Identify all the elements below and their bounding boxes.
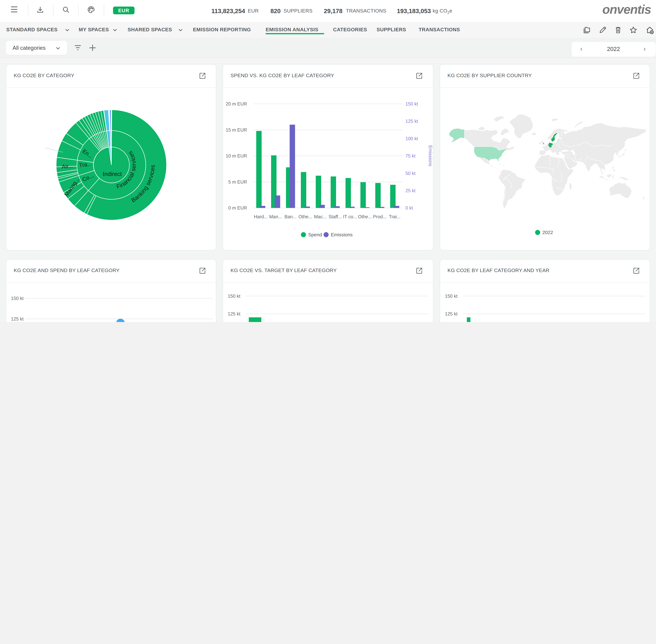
svg-text:Spend: Spend: [308, 232, 322, 237]
svg-text:0 kt: 0 kt: [406, 205, 413, 210]
svg-text:125 kt: 125 kt: [11, 316, 24, 322]
svg-text:10 m EUR: 10 m EUR: [226, 153, 247, 159]
svg-text:Mac...: Mac...: [314, 214, 327, 219]
svg-text:2022: 2022: [542, 230, 553, 235]
svg-text:Trai...: Trai...: [389, 214, 401, 219]
svg-text:Prod...: Prod...: [373, 214, 387, 219]
svg-text:50 kt: 50 kt: [406, 171, 416, 176]
svg-text:150 kt: 150 kt: [228, 294, 240, 299]
svg-text:150 kt: 150 kt: [406, 101, 418, 107]
svg-text:125 kt: 125 kt: [228, 311, 240, 317]
svg-text:Othe...: Othe...: [299, 214, 312, 219]
svg-text:Hard...: Hard...: [254, 214, 268, 219]
svg-text:25 kt: 25 kt: [406, 188, 416, 193]
svg-text:150 kt: 150 kt: [11, 296, 24, 301]
svg-text:125 kt: 125 kt: [406, 119, 418, 124]
svg-text:75 kt: 75 kt: [406, 153, 416, 159]
svg-text:20 m EUR: 20 m EUR: [226, 101, 247, 107]
svg-text:Othe...: Othe...: [358, 214, 372, 219]
svg-text:125 kt: 125 kt: [445, 311, 458, 317]
svg-text:Emissions: Emissions: [331, 232, 353, 237]
svg-text:IT co...: IT co...: [343, 214, 357, 219]
svg-text:Emissions: Emissions: [428, 145, 433, 166]
svg-text:15 m EUR: 15 m EUR: [226, 128, 247, 133]
svg-text:Ban...: Ban...: [285, 214, 297, 219]
svg-text:Air...: Air...: [62, 163, 73, 170]
svg-text:150 kt: 150 kt: [445, 294, 458, 299]
svg-text:Man...: Man...: [269, 214, 282, 219]
svg-text:Staff...: Staff...: [329, 214, 342, 219]
svg-text:0 m EUR: 0 m EUR: [228, 205, 247, 210]
svg-text:5 m EUR: 5 m EUR: [228, 179, 247, 185]
svg-text:Indirect: Indirect: [103, 171, 122, 177]
svg-text:100 kt: 100 kt: [406, 136, 418, 141]
